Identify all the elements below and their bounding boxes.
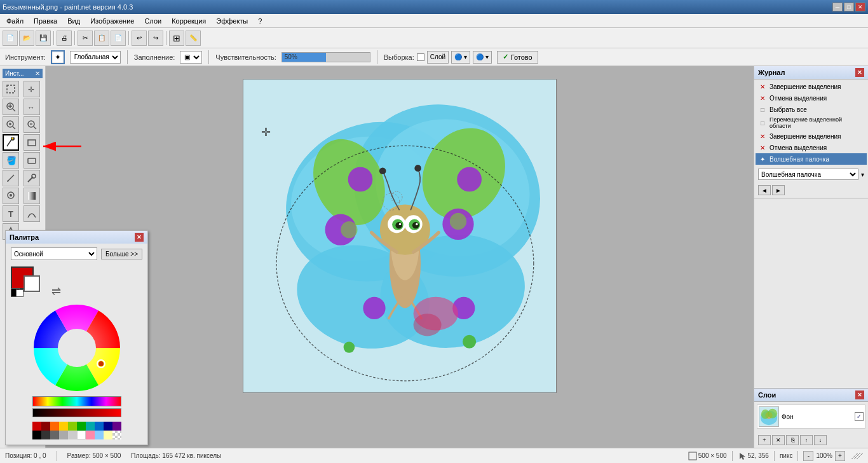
swatch-light-gray[interactable]: [59, 431, 68, 439]
palette-close-button[interactable]: ✕: [135, 233, 144, 242]
menu-view[interactable]: Вид: [64, 16, 84, 26]
layer-up-button[interactable]: ↑: [800, 435, 813, 445]
tool-options-select[interactable]: Глобальная Похожие: [70, 51, 121, 64]
new-button[interactable]: 📄: [3, 31, 18, 46]
grid-button[interactable]: ⊞: [169, 31, 184, 46]
swatch-green[interactable]: [77, 422, 86, 431]
zoom-out-button[interactable]: -: [803, 451, 813, 461]
swatch-blue[interactable]: [95, 422, 104, 431]
lightness-strip[interactable]: [32, 408, 121, 417]
journal-item-3[interactable]: □ Выбрать все: [756, 104, 867, 115]
layer-duplicate-button[interactable]: ⎘: [786, 435, 799, 445]
menu-edit[interactable]: Правка: [30, 16, 61, 26]
swatch-transparent[interactable]: [112, 431, 121, 439]
maximize-button[interactable]: □: [844, 3, 854, 11]
swatch-light-yellow[interactable]: [104, 431, 112, 439]
print-button[interactable]: 🖨: [57, 31, 72, 46]
current-tool-indicator[interactable]: ✦: [51, 50, 65, 64]
journal-redo-button[interactable]: ►: [772, 185, 785, 195]
menu-layers[interactable]: Слои: [140, 16, 165, 26]
tool-clone[interactable]: [3, 188, 19, 204]
ruler-button[interactable]: 📏: [186, 31, 201, 46]
fill-select[interactable]: ▣: [180, 51, 202, 64]
selection-checkbox[interactable]: [417, 53, 424, 61]
tool-zoom[interactable]: [3, 99, 19, 115]
undo-button[interactable]: ↩: [132, 31, 147, 46]
sensitivity-control[interactable]: 50%: [281, 52, 370, 62]
tool-path[interactable]: [24, 205, 40, 222]
swatch-cyan[interactable]: [86, 422, 95, 431]
canvas[interactable]: ✛: [243, 79, 557, 393]
swatch-dark-blue[interactable]: [104, 422, 112, 431]
swatch-red[interactable]: [32, 422, 41, 431]
save-button[interactable]: 💾: [36, 31, 51, 46]
journal-close-button[interactable]: ✕: [855, 68, 864, 77]
swatch-orange[interactable]: [50, 422, 59, 431]
swatch-black[interactable]: [32, 431, 41, 439]
journal-tool-dropdown[interactable]: Волшебная палочка: [758, 169, 858, 180]
journal-item-2[interactable]: ✕ Отмена выделения: [756, 92, 867, 104]
paste-button[interactable]: 📄: [111, 31, 126, 46]
background-color-small[interactable]: [16, 289, 24, 297]
minimize-button[interactable]: ─: [832, 3, 843, 11]
tool-eraser[interactable]: [24, 152, 40, 169]
journal-undo-button[interactable]: ◄: [758, 185, 771, 195]
swatch-dark-red[interactable]: [41, 422, 50, 431]
tool-eyedropper[interactable]: [24, 170, 40, 186]
tool-select-rect[interactable]: [3, 81, 19, 97]
menu-correction[interactable]: Коррекция: [168, 16, 210, 26]
tools-panel-close-button[interactable]: ✕: [35, 70, 40, 77]
swap-colors-button[interactable]: ⇌: [51, 284, 61, 298]
layer-visibility-checkbox[interactable]: ✓: [855, 412, 864, 421]
layers-close-button[interactable]: ✕: [855, 390, 864, 399]
tool-text[interactable]: T: [3, 205, 19, 222]
tool-zoom-out[interactable]: [24, 116, 40, 133]
journal-item-7[interactable]: ✦ Волшебная палочка: [756, 153, 867, 165]
journal-item-4[interactable]: □ Перемещение выделенной области: [756, 115, 867, 130]
menu-help[interactable]: ?: [254, 16, 266, 26]
menu-effects[interactable]: Эффекты: [212, 16, 252, 26]
journal-item-6[interactable]: ✕ Отмена выделения: [756, 142, 867, 153]
close-button[interactable]: ✕: [855, 3, 865, 11]
swatch-dark-gray[interactable]: [41, 431, 50, 439]
redo-button[interactable]: ↪: [148, 31, 163, 46]
tool-select-lasso[interactable]: [24, 134, 40, 151]
swatch-silver[interactable]: [68, 431, 77, 439]
layer-dropdown[interactable]: Слой: [427, 51, 449, 64]
tool-zoom-in[interactable]: [3, 116, 19, 133]
palette-mode-select[interactable]: Основной: [11, 247, 97, 260]
swatch-yellow[interactable]: [59, 422, 68, 431]
selection-mode2-dropdown[interactable]: 🔵 ▾: [473, 51, 492, 64]
layer-down-button[interactable]: ↓: [814, 435, 827, 445]
zoom-in-button[interactable]: +: [835, 451, 845, 461]
tool-select-move[interactable]: ✛: [24, 81, 40, 97]
copy-button[interactable]: 📋: [94, 31, 109, 46]
swatch-gray[interactable]: [50, 431, 59, 439]
menu-image[interactable]: Изображение: [86, 16, 138, 26]
swatch-purple[interactable]: [112, 422, 121, 431]
swatch-white[interactable]: [77, 431, 86, 439]
journal-item-5[interactable]: ✕ Завершение выделения: [756, 130, 867, 142]
menu-file[interactable]: Файл: [3, 16, 27, 26]
hue-strip[interactable]: [32, 396, 121, 406]
tool-pencil[interactable]: [3, 170, 19, 186]
tool-gradient[interactable]: [24, 188, 40, 204]
layer-item-background[interactable]: Фон ✓: [757, 404, 865, 429]
canvas-container[interactable]: ✛: [46, 66, 754, 448]
tool-paint-bucket[interactable]: 🪣: [3, 152, 19, 169]
tool-move[interactable]: ↔: [24, 99, 40, 115]
cut-button[interactable]: ✂: [78, 31, 93, 46]
swatch-light-blue[interactable]: [95, 431, 104, 439]
tool-magic-wand[interactable]: ✦: [3, 134, 19, 151]
layer-delete-button[interactable]: ✕: [772, 435, 785, 445]
ready-button[interactable]: ✓ Готово: [497, 51, 538, 64]
palette-more-button[interactable]: Больше >>: [101, 249, 142, 259]
selection-mode-dropdown[interactable]: 🔵 ▾: [451, 51, 470, 64]
secondary-color-swatch[interactable]: [24, 275, 40, 292]
swatch-pink[interactable]: [86, 431, 95, 439]
open-button[interactable]: 📂: [19, 31, 34, 46]
journal-item-1[interactable]: ✕ Завершение выделения: [756, 81, 867, 92]
color-wheel[interactable]: [32, 303, 121, 392]
swatch-light-green[interactable]: [68, 422, 77, 431]
sensitivity-track[interactable]: 50%: [281, 52, 370, 62]
